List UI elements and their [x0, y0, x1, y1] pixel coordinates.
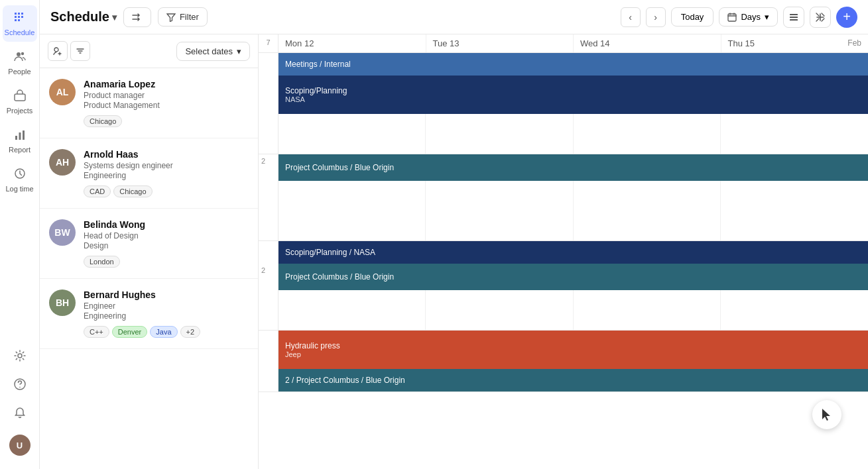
empty-cell [279, 181, 426, 240]
today-button[interactable]: Today [671, 7, 714, 26]
sidebar-item-logtime[interactable]: Log time [3, 162, 37, 198]
body-area: Select dates ▾ AL Anamaria Lopez Product… [40, 34, 868, 469]
event-bar-columbus3[interactable]: 2 / Project Columbus / Blue Origin [279, 369, 868, 391]
week-num-2: 2 [259, 154, 279, 181]
user-avatar: U [9, 435, 31, 456]
shuffle-button[interactable] [123, 7, 151, 27]
week-cell-spacer [259, 53, 279, 76]
event-row-empty3 [259, 290, 868, 330]
week-header: 7 Mon 12 Tue 13 Wed 14 Thu 15 Feb [259, 34, 868, 53]
person-item-bernard[interactable]: BH Bernard Hughes Engineer Engineering C… [40, 279, 258, 349]
person-name-anamaria: Anamaria Lopez [84, 79, 249, 89]
empty-cell [279, 290, 426, 330]
svg-rect-10 [15, 94, 25, 101]
list-view-button[interactable] [783, 7, 804, 28]
notifications-btn[interactable] [3, 401, 37, 427]
expand-button[interactable] [810, 7, 831, 28]
tag-chicago-anamaria: Chicago [84, 115, 122, 127]
prev-button[interactable]: ‹ [621, 7, 641, 27]
person-info-belinda: Belinda Wong Head of Design Design Londo… [84, 219, 249, 268]
schedule-row-arnold: 2 Project Columbus / Blue Origin [259, 154, 868, 241]
user-avatar-nav[interactable]: U [3, 429, 37, 461]
svg-rect-11 [15, 136, 17, 140]
next-button[interactable]: › [646, 7, 666, 27]
event-row-scoping2: Scoping/Planning / NASA [259, 241, 868, 264]
event-bar-scoping[interactable]: Scoping/Planning NASA [279, 76, 868, 114]
week-cell-spacer4 [259, 181, 279, 240]
expand-icon [815, 12, 826, 23]
event-row-empty2 [259, 181, 868, 240]
person-dept-anamaria: Product Management [84, 101, 249, 110]
event-bar-meetings[interactable]: Meetings / Internal [279, 53, 868, 76]
cursor-icon [820, 407, 834, 422]
top-header: Schedule ▾ Filter ‹ › Today Days [40, 0, 868, 34]
svg-point-22 [54, 48, 58, 52]
event-label-columbus3: 2 / Project Columbus / Blue Origin [285, 376, 405, 385]
person-tags-bernard: C++ Denver Java +2 [84, 326, 249, 338]
logtime-icon [13, 167, 27, 182]
svg-rect-19 [790, 14, 798, 15]
event-bar-scoping2[interactable]: Scoping/Planning / NASA [279, 241, 868, 264]
sidebar-item-label-people: People [8, 68, 31, 76]
week-cell-spacer7 [259, 331, 279, 369]
person-role-belinda: Head of Design [84, 231, 249, 240]
empty-cell [721, 114, 868, 154]
schedule-grid: Meetings / Internal Scoping/Planning NAS… [259, 53, 868, 469]
sidebar-item-projects[interactable]: Projects [3, 83, 37, 120]
people-header: Select dates ▾ [40, 34, 258, 68]
svg-rect-20 [790, 17, 798, 18]
svg-rect-12 [19, 132, 21, 140]
empty-cell [426, 114, 573, 154]
days-button[interactable]: Days ▾ [719, 7, 778, 26]
event-bar-columbus1[interactable]: Project Columbus / Blue Origin [279, 154, 868, 181]
person-name-arnold: Arnold Haas [84, 149, 249, 160]
help-btn[interactable] [3, 372, 37, 398]
cursor-overlay [812, 400, 841, 429]
people-icon [13, 50, 27, 65]
event-row-scoping1: Scoping/Planning NASA [259, 76, 868, 114]
filter-button[interactable]: Filter [158, 7, 208, 26]
empty-cell [426, 290, 573, 330]
add-button[interactable]: + [836, 7, 857, 28]
event-bar-columbus2[interactable]: Project Columbus / Blue Origin [279, 264, 868, 290]
schedule-row-belinda: Scoping/Planning / NASA 2 Project Columb… [259, 241, 868, 331]
add-person-icon [53, 46, 62, 56]
svg-rect-21 [790, 19, 798, 21]
event-label-scoping: Scoping/Planning [285, 86, 861, 95]
calendar-icon [727, 13, 737, 22]
avatar-belinda: BW [49, 219, 76, 246]
empty-cell [279, 114, 426, 154]
settings-btn[interactable] [3, 344, 37, 370]
event-sub-nasa: NASA [285, 95, 861, 103]
days-chevron-icon: ▾ [765, 12, 769, 22]
select-dates-button[interactable]: Select dates ▾ [176, 42, 250, 61]
header-right: ‹ › Today Days ▾ [621, 7, 857, 28]
feb-label: Feb [847, 38, 861, 48]
event-row-meetings: Meetings / Internal [259, 53, 868, 76]
person-tags-belinda: London [84, 256, 249, 268]
sort-button[interactable] [70, 41, 90, 61]
people-list: AL Anamaria Lopez Product manager Produc… [40, 68, 258, 469]
sidebar-item-people[interactable]: People [3, 44, 37, 81]
tag-london-belinda: London [84, 256, 120, 268]
sidebar-nav: Schedule People Projects [0, 0, 40, 469]
schedule-area: 7 Mon 12 Tue 13 Wed 14 Thu 15 Feb M [259, 34, 868, 469]
svg-rect-4 [18, 16, 20, 18]
event-bar-hydraulic[interactable]: Hydraulic press Jeep [279, 331, 868, 369]
add-person-button[interactable] [48, 41, 68, 61]
person-item-anamaria[interactable]: AL Anamaria Lopez Product manager Produc… [40, 68, 258, 138]
sort-icon [76, 46, 85, 56]
person-role-arnold: Systems design engineer [84, 161, 249, 170]
main-content: Schedule ▾ Filter ‹ › Today Days [40, 0, 868, 469]
person-info-arnold: Arnold Haas Systems design engineer Engi… [84, 149, 249, 197]
svg-rect-3 [15, 16, 17, 18]
sidebar-item-schedule[interactable]: Schedule [3, 5, 37, 42]
person-item-arnold[interactable]: AH Arnold Haas Systems design engineer E… [40, 138, 258, 209]
sidebar-item-report[interactable]: Report [3, 123, 37, 159]
week-cell-spacer8 [259, 369, 279, 391]
schedule-icon [13, 11, 27, 26]
schedule-row-anamaria: Meetings / Internal Scoping/Planning NAS… [259, 53, 868, 154]
avatar-arnold: AH [49, 149, 76, 176]
person-item-belinda[interactable]: BW Belinda Wong Head of Design Design Lo… [40, 209, 258, 279]
nav-bottom: U [3, 344, 37, 469]
